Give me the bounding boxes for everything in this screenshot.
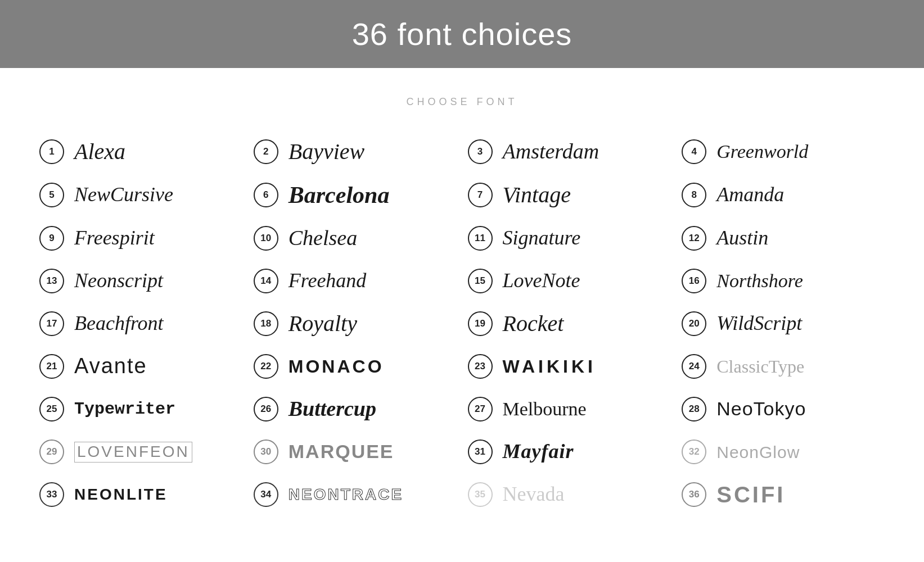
font-item-35[interactable]: 35Nevada [462,473,677,516]
font-name-28: NeoTokyo [716,398,806,419]
font-name-23: WAIKIKI [503,357,596,377]
font-item-20[interactable]: 20WildScript [676,302,890,345]
font-number-8: 8 [682,183,706,207]
font-number-30: 30 [254,439,278,464]
font-number-1: 1 [39,139,64,164]
font-name-26: Buttercup [289,397,376,421]
font-name-13: Neonscript [74,270,163,292]
font-number-26: 26 [254,397,278,422]
font-item-19[interactable]: 19Rocket [462,302,677,345]
font-number-2: 2 [254,139,278,164]
font-item-30[interactable]: 30MARQUEE [248,430,462,473]
font-number-33: 33 [39,482,64,507]
font-name-1: Alexa [74,139,125,164]
font-number-34: 34 [254,482,278,507]
font-name-30: MARQUEE [289,441,394,462]
font-name-34: NEONTRACE [289,486,403,504]
font-number-20: 20 [682,311,706,336]
font-item-13[interactable]: 13Neonscript [34,260,248,302]
font-item-36[interactable]: 36SCIFI [676,473,890,516]
font-item-24[interactable]: 24ClassicType [676,345,890,388]
font-number-25: 25 [39,397,64,422]
font-item-11[interactable]: 11Signature [462,217,677,260]
font-item-28[interactable]: 28NeoTokyo [676,388,890,430]
font-number-36: 36 [682,482,706,507]
font-item-3[interactable]: 3Amsterdam [462,130,677,173]
font-number-7: 7 [468,183,493,207]
font-number-13: 13 [39,269,64,293]
font-name-12: Austin [716,227,768,250]
font-number-19: 19 [468,311,493,336]
font-item-16[interactable]: 16Northshore [676,260,890,302]
font-number-14: 14 [254,269,278,293]
font-item-22[interactable]: 22MONACO [248,345,462,388]
font-number-23: 23 [468,354,493,379]
font-item-7[interactable]: 7Vintage [462,173,677,217]
font-item-9[interactable]: 9Freespirit [34,217,248,260]
font-item-26[interactable]: 26Buttercup [248,388,462,430]
font-number-9: 9 [39,226,64,251]
font-number-21: 21 [39,354,64,379]
font-number-16: 16 [682,269,706,293]
font-name-17: Beachfront [74,312,164,335]
font-number-35: 35 [468,482,493,507]
font-item-17[interactable]: 17Beachfront [34,302,248,345]
font-item-27[interactable]: 27Melbourne [462,388,677,430]
font-item-34[interactable]: 34NEONTRACE [248,473,462,516]
font-name-5: NewCursive [74,184,173,206]
font-name-10: Chelsea [289,226,357,250]
font-name-33: NEONLITE [74,486,168,504]
font-name-14: Freehand [289,270,367,292]
font-number-27: 27 [468,397,493,422]
font-item-2[interactable]: 2Bayview [248,130,462,173]
font-name-32: NeonGlow [716,443,800,461]
font-name-15: LoveNote [503,270,580,292]
font-number-17: 17 [39,311,64,336]
font-number-31: 31 [468,439,493,464]
font-number-12: 12 [682,226,706,251]
font-number-15: 15 [468,269,493,293]
font-grid: 1Alexa2Bayview3Amsterdam4Greenworld5NewC… [0,125,924,538]
header-title: 36 font choices [11,16,913,52]
font-name-7: Vintage [503,183,571,207]
font-item-33[interactable]: 33NEONLITE [34,473,248,516]
font-name-4: Greenworld [716,141,808,162]
font-number-3: 3 [468,139,493,164]
font-item-23[interactable]: 23WAIKIKI [462,345,677,388]
font-name-3: Amsterdam [503,140,600,164]
font-name-24: ClassicType [716,357,804,377]
font-item-25[interactable]: 25Typewriter [34,388,248,430]
font-item-14[interactable]: 14Freehand [248,260,462,302]
font-item-6[interactable]: 6Barcelona [248,173,462,217]
font-item-15[interactable]: 15LoveNote [462,260,677,302]
font-name-16: Northshore [716,270,803,291]
font-number-6: 6 [254,183,278,207]
font-name-35: Nevada [503,483,565,506]
font-number-5: 5 [39,183,64,207]
font-name-8: Amanda [716,184,784,206]
font-item-1[interactable]: 1Alexa [34,130,248,173]
font-item-5[interactable]: 5NewCursive [34,173,248,217]
font-item-31[interactable]: 31Mayfair [462,430,677,473]
choose-font-label: CHOOSE FONT [0,96,924,108]
font-name-11: Signature [503,227,581,250]
font-item-8[interactable]: 8Amanda [676,173,890,217]
header-bar: 36 font choices [0,0,924,68]
font-item-21[interactable]: 21Avante [34,345,248,388]
font-item-18[interactable]: 18Royalty [248,302,462,345]
font-number-4: 4 [682,139,706,164]
font-number-29: 29 [39,439,64,464]
font-name-29: LOVENFEON [74,442,192,463]
font-item-32[interactable]: 32NeonGlow [676,430,890,473]
font-name-36: SCIFI [716,482,785,507]
font-name-19: Rocket [503,311,564,336]
font-item-10[interactable]: 10Chelsea [248,217,462,260]
font-item-12[interactable]: 12Austin [676,217,890,260]
font-name-6: Barcelona [289,182,390,208]
font-name-22: MONACO [289,357,384,377]
font-item-4[interactable]: 4Greenworld [676,130,890,173]
font-name-20: WildScript [716,312,802,335]
font-item-29[interactable]: 29LOVENFEON [34,430,248,473]
font-name-9: Freespirit [74,227,155,250]
font-name-25: Typewriter [74,400,175,419]
